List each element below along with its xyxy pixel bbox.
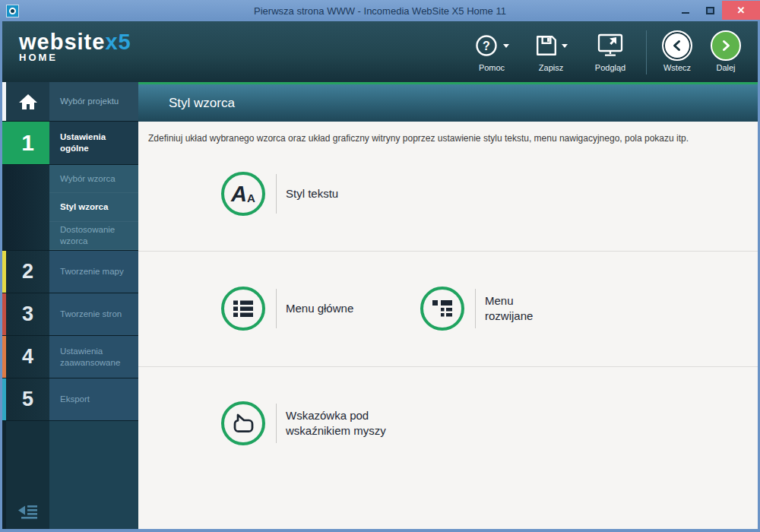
sidebar-subitem-template-customization[interactable]: Dostosowanie wzorca bbox=[49, 222, 138, 250]
sidebar-step-3-page-creation[interactable]: 3 Tworzenie stron bbox=[2, 293, 138, 336]
option-divider bbox=[276, 404, 277, 443]
option-label: Menu rozwijane bbox=[485, 293, 557, 324]
next-icon bbox=[711, 30, 741, 61]
main-menu-icon bbox=[233, 299, 254, 318]
page-title: Styl wzorca bbox=[138, 84, 758, 122]
step-number: 1 bbox=[21, 130, 34, 156]
chevron-down-icon bbox=[503, 44, 509, 48]
toolbar: websitex5 HOME ? Pomoc bbox=[0, 21, 760, 82]
sidebar-filler-label-col bbox=[49, 421, 138, 529]
app-logo-icon bbox=[6, 5, 19, 17]
maximize-icon bbox=[706, 7, 714, 14]
sidebar-item-label: Wybór projektu bbox=[49, 82, 138, 121]
substeps-gutter bbox=[6, 165, 49, 250]
sidebar-step-4-advanced-settings[interactable]: 4 Ustawienia zaawansowane bbox=[2, 336, 138, 378]
step-number: 3 bbox=[22, 302, 33, 326]
option-divider bbox=[276, 289, 277, 328]
sidebar-step-5-export[interactable]: 5 Eksport bbox=[2, 378, 138, 421]
close-button[interactable]: ✕ bbox=[722, 1, 760, 20]
maximize-button[interactable] bbox=[698, 1, 722, 20]
app-window: Pierwsza strona WWW - Incomedia WebSite … bbox=[0, 0, 760, 532]
save-icon bbox=[535, 34, 558, 57]
sidebar-item-label: Ustawienia zaawansowane bbox=[49, 336, 138, 378]
sidebar-item-label: Tworzenie mapy bbox=[49, 251, 138, 293]
page-description: Zdefiniuj układ wybranego wzorca oraz uk… bbox=[138, 122, 758, 144]
sidebar-step-1-general-settings[interactable]: 1 Ustawienia ogólne bbox=[2, 122, 138, 165]
collapse-sidebar-icon[interactable] bbox=[17, 503, 39, 520]
option-label: Styl tekstu bbox=[286, 186, 338, 201]
main-menu-option[interactable]: Menu główne bbox=[221, 287, 353, 331]
dropdown-menu-option[interactable]: Menu rozwijane bbox=[420, 287, 557, 331]
window-title: Pierwsza strona WWW - Incomedia WebSite … bbox=[0, 5, 760, 17]
sidebar-item-label: Ustawienia ogólne bbox=[49, 122, 138, 164]
sidebar-subitem-template-selection[interactable]: Wybór wzorca bbox=[49, 165, 138, 193]
help-button[interactable]: ? Pomoc bbox=[462, 28, 521, 72]
titlebar: Pierwsza strona WWW - Incomedia WebSite … bbox=[0, 0, 760, 21]
step-number: 4 bbox=[22, 345, 33, 369]
preview-icon bbox=[597, 33, 624, 58]
main-content: Styl wzorca Zdefiniuj układ wybranego wz… bbox=[138, 82, 758, 529]
websitex5-logo: websitex5 HOME bbox=[2, 21, 131, 82]
tooltip-icon bbox=[231, 413, 255, 434]
close-icon: ✕ bbox=[737, 5, 746, 16]
option-divider bbox=[475, 289, 476, 328]
home-icon bbox=[18, 93, 38, 111]
sidebar-subitem-template-style[interactable]: Styl wzorca bbox=[49, 193, 138, 221]
sidebar-item-label: Tworzenie stron bbox=[49, 293, 138, 335]
step-number: 5 bbox=[22, 388, 33, 411]
svg-text:?: ? bbox=[483, 40, 490, 52]
step-number: 2 bbox=[22, 260, 33, 283]
steps-sidebar: Wybór projektu 1 Ustawienia ogólne Wybór… bbox=[2, 82, 138, 529]
sidebar-item-label: Eksport bbox=[49, 378, 138, 420]
sidebar-filler bbox=[2, 421, 138, 529]
text-style-icon: AA bbox=[221, 172, 265, 216]
dropdown-menu-icon bbox=[432, 299, 453, 318]
mouse-tooltip-option[interactable]: Wskazówka pod wskaźnikiem myszy bbox=[221, 401, 396, 445]
option-label: Menu główne bbox=[286, 301, 353, 316]
minimize-button[interactable] bbox=[673, 1, 698, 20]
option-divider bbox=[276, 174, 277, 214]
next-button[interactable]: Dalej bbox=[701, 28, 750, 72]
text-style-option[interactable]: AA Styl tekstu bbox=[221, 172, 338, 216]
save-button[interactable]: Zapisz bbox=[521, 28, 581, 72]
row-divider bbox=[138, 366, 758, 367]
sidebar-substeps: Wybór wzorca Styl wzorca Dostosowanie wz… bbox=[2, 165, 138, 251]
option-label: Wskazówka pod wskaźnikiem myszy bbox=[286, 408, 396, 439]
toolbar-separator bbox=[646, 30, 647, 74]
sidebar-step-2-sitemap-creation[interactable]: 2 Tworzenie mapy bbox=[2, 251, 138, 293]
preview-button[interactable]: Podgląd bbox=[581, 28, 640, 72]
back-icon bbox=[662, 30, 692, 61]
minimize-icon bbox=[682, 12, 689, 14]
back-button[interactable]: Wstecz bbox=[653, 28, 701, 72]
row-divider bbox=[138, 251, 758, 252]
sidebar-item-project-selection[interactable]: Wybór projektu bbox=[2, 82, 138, 122]
chevron-down-icon bbox=[562, 44, 568, 48]
help-icon: ? bbox=[475, 33, 499, 58]
